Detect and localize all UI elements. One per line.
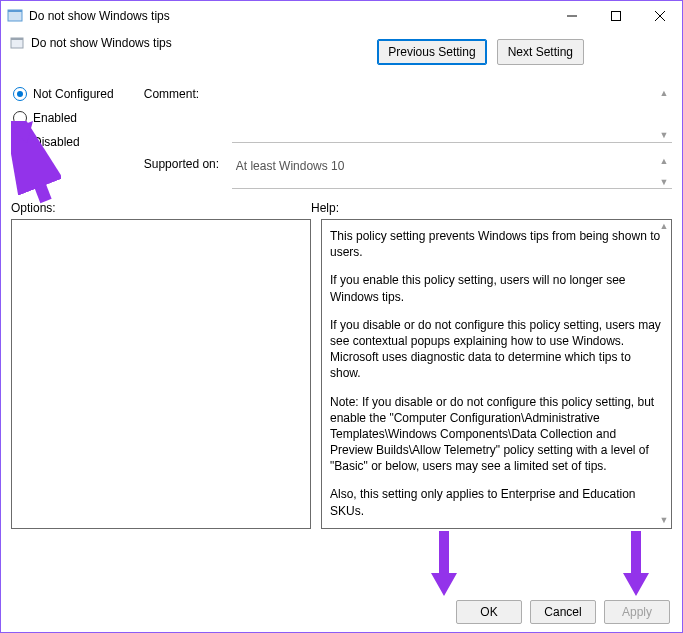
help-text: This policy setting prevents Windows tip… [330, 228, 661, 260]
radio-not-configured[interactable]: Not Configured [13, 87, 114, 101]
help-text: Note: If you disable or do not configure… [330, 394, 661, 475]
window-controls [550, 1, 682, 31]
previous-setting-button[interactable]: Previous Setting [377, 39, 486, 65]
annotation-arrow-icon [429, 531, 459, 596]
maximize-button[interactable] [594, 1, 638, 31]
help-label: Help: [311, 201, 672, 215]
svg-rect-3 [612, 12, 621, 21]
apply-button[interactable]: Apply [604, 600, 670, 624]
radio-circle-icon [13, 135, 27, 149]
policy-name: Do not show Windows tips [31, 36, 172, 50]
svg-line-5 [655, 11, 665, 21]
radio-label: Disabled [33, 135, 80, 149]
svg-rect-1 [8, 10, 22, 12]
svg-marker-12 [623, 531, 649, 596]
scroll-down-icon[interactable]: ▼ [658, 176, 670, 188]
help-text: Also, this setting only applies to Enter… [330, 486, 661, 518]
radio-enabled[interactable]: Enabled [13, 111, 114, 125]
scroll-down-icon[interactable]: ▼ [658, 514, 670, 526]
radio-label: Enabled [33, 111, 77, 125]
svg-rect-7 [11, 38, 23, 40]
supported-label: Supported on: [144, 155, 224, 189]
comment-label: Comment: [144, 85, 224, 143]
scroll-up-icon[interactable]: ▲ [658, 87, 670, 99]
radio-label: Not Configured [33, 87, 114, 101]
supported-on-field: At least Windows 10 ▲ ▼ [232, 155, 672, 189]
svg-marker-11 [431, 531, 457, 596]
scroll-up-icon[interactable]: ▲ [658, 220, 670, 232]
options-label: Options: [11, 201, 311, 215]
scroll-up-icon[interactable]: ▲ [658, 155, 670, 167]
cancel-button[interactable]: Cancel [530, 600, 596, 624]
header-row: Do not show Windows tips Previous Settin… [1, 31, 682, 65]
next-setting-button[interactable]: Next Setting [497, 39, 584, 65]
options-panel [11, 219, 311, 529]
ok-button[interactable]: OK [456, 600, 522, 624]
radio-disabled[interactable]: Disabled [13, 135, 114, 149]
radio-circle-icon [13, 87, 27, 101]
help-text: If you disable or do not configure this … [330, 317, 661, 382]
help-panel: This policy setting prevents Windows tip… [321, 219, 672, 529]
state-radio-group: Not Configured Enabled Disabled [13, 85, 114, 189]
scroll-down-icon[interactable]: ▼ [658, 129, 670, 141]
annotation-arrow-icon [621, 531, 651, 596]
help-text: If you enable this policy setting, users… [330, 272, 661, 304]
radio-circle-icon [13, 111, 27, 125]
minimize-button[interactable] [550, 1, 594, 31]
titlebar: Do not show Windows tips [1, 1, 682, 31]
comment-textarea[interactable]: ▲ ▼ [232, 85, 672, 143]
supported-on-text: At least Windows 10 [236, 159, 345, 173]
svg-line-4 [655, 11, 665, 21]
close-button[interactable] [638, 1, 682, 31]
policy-icon-small [9, 35, 25, 51]
policy-window: Do not show Windows tips Do not show Win… [0, 0, 683, 633]
window-title: Do not show Windows tips [29, 9, 550, 23]
policy-icon [7, 8, 23, 24]
